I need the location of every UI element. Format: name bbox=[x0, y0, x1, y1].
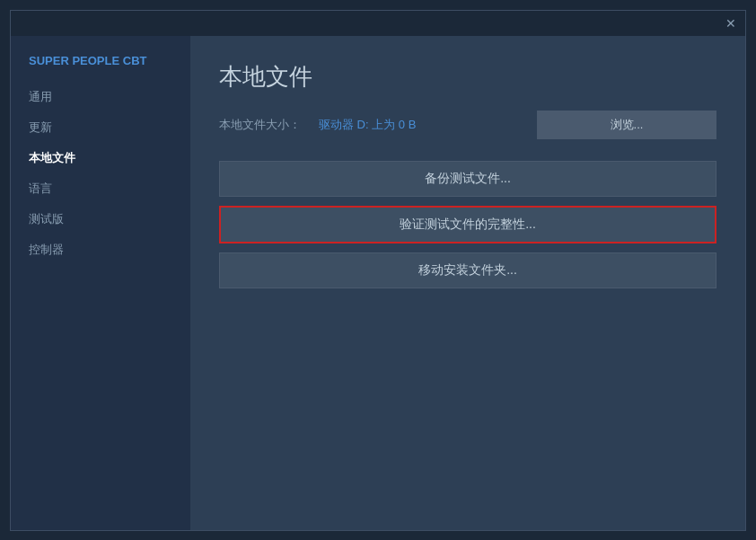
sidebar-item-beta[interactable]: 测试版 bbox=[11, 204, 190, 235]
file-size-row: 本地文件大小： 驱动器 D: 上为 0 B 浏览... bbox=[219, 111, 716, 139]
sidebar-item-local-files[interactable]: 本地文件 bbox=[11, 143, 190, 173]
dialog: ✕ SUPER PEOPLE CBT 通用 更新 本地文件 语言 测试版 控制器… bbox=[10, 10, 746, 531]
sidebar-item-update[interactable]: 更新 bbox=[11, 112, 190, 143]
sidebar-app-title: SUPER PEOPLE CBT bbox=[11, 45, 190, 82]
close-button[interactable]: ✕ bbox=[722, 14, 740, 32]
move-button[interactable]: 移动安装文件夹... bbox=[219, 252, 716, 288]
verify-button[interactable]: 验证测试文件的完整性... bbox=[219, 206, 716, 243]
page-title: 本地文件 bbox=[219, 61, 716, 93]
file-size-label: 本地文件大小： bbox=[219, 117, 301, 133]
drive-label: 驱动器 D: 上为 0 B bbox=[319, 117, 416, 133]
dialog-body: SUPER PEOPLE CBT 通用 更新 本地文件 语言 测试版 控制器 本… bbox=[11, 36, 745, 530]
sidebar-item-general[interactable]: 通用 bbox=[11, 82, 190, 112]
sidebar: SUPER PEOPLE CBT 通用 更新 本地文件 语言 测试版 控制器 bbox=[11, 36, 190, 530]
browse-button[interactable]: 浏览... bbox=[537, 111, 716, 139]
titlebar: ✕ bbox=[11, 11, 745, 36]
main-content: 本地文件 本地文件大小： 驱动器 D: 上为 0 B 浏览... 备份测试文件.… bbox=[190, 36, 745, 530]
backup-button[interactable]: 备份测试文件... bbox=[219, 161, 716, 197]
sidebar-item-language[interactable]: 语言 bbox=[11, 173, 190, 204]
sidebar-item-controller[interactable]: 控制器 bbox=[11, 235, 190, 265]
